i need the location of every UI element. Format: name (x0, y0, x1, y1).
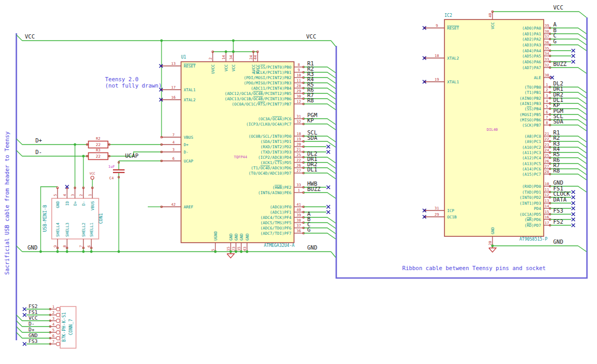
pin-number: 17 (545, 221, 549, 225)
pin-number: 39 (297, 213, 301, 217)
net-label[interactable]: DL1 (307, 166, 317, 173)
net-label[interactable]: DATA (553, 196, 567, 203)
net-label[interactable]: FS1 (29, 309, 37, 315)
pin-name: (AD2)PA2 (522, 37, 541, 42)
pin-name: VBUS (184, 135, 194, 140)
pin-name: (AD0)PA0 (522, 26, 542, 31)
pin-name: (RXD/INT2)PD2 (260, 145, 291, 149)
pin-name: (T1/OC4D/ADC9)PD6 (251, 166, 291, 170)
pin-number: 6 (52, 334, 54, 338)
pin-name: (WR)PD6 (524, 217, 541, 222)
note-text: Sacrificial USB cable from header to Tee… (4, 131, 10, 275)
resistor-value: 22 (96, 154, 100, 159)
pin-number: 40 (488, 13, 492, 17)
net-label[interactable]: VCC (553, 4, 563, 11)
connector-value: B7K-PH-K-S1 (61, 312, 67, 342)
pin-number: 36 (545, 41, 549, 45)
net-label[interactable]: GND (29, 332, 37, 338)
pin-name: RESET (447, 26, 459, 31)
capacitor-reference: C4 (109, 176, 113, 180)
pin-name: (ICP3/CLK0/OC4A)PC7 (246, 122, 291, 127)
junction-dot (118, 251, 120, 253)
net-label[interactable]: D+ (35, 137, 42, 143)
junction-dot (246, 251, 249, 253)
net-label[interactable]: R8 (307, 97, 314, 103)
pin-number: 28 (545, 170, 549, 174)
pin-number: 19 (434, 78, 439, 82)
pin-name: (OC3A/OC4A)PC6 (258, 117, 292, 121)
pin-name: (SS)PB4 (524, 107, 541, 111)
net-label[interactable]: D- (35, 149, 42, 155)
pin-name: VBUS (90, 201, 95, 211)
pin-name: XTAL2 (184, 98, 196, 102)
net-label[interactable]: BUZZ (307, 186, 320, 192)
pin-name: (AD3)PA3 (522, 43, 541, 47)
pin-name: VCC (224, 64, 229, 72)
pin-number: 28 (297, 84, 301, 88)
net-label[interactable]: D+ (29, 327, 35, 332)
pin-number: 8 (298, 63, 300, 67)
ic-u1[interactable]: U1ATMEGA32U4-ATQFP4413RESET17XTAL116XTAL… (159, 51, 336, 252)
pin-number: 33 (297, 183, 301, 187)
pin-number: 19 (297, 137, 301, 141)
pin-number: 41 (297, 203, 301, 207)
pin-name: D- (184, 150, 188, 155)
pin-number: 13 (171, 62, 175, 66)
pin-number: 34 (229, 55, 233, 60)
pin-number: 22 (545, 137, 549, 141)
net-label[interactable]: VCC (29, 315, 37, 321)
pin-number: 18 (297, 132, 301, 136)
net-label[interactable]: G (307, 226, 310, 233)
net-label[interactable]: BUZZ (553, 61, 566, 67)
pin-name: (AD7)PA7 (522, 65, 541, 70)
pin-number: 12 (545, 193, 549, 197)
net-label[interactable]: FS3 (553, 207, 563, 214)
net-label[interactable]: D- (29, 321, 34, 327)
net-label[interactable]: GND (553, 238, 563, 245)
note-text: (not fully drawn) (105, 82, 162, 89)
net-label[interactable]: GND (307, 244, 317, 251)
pin-number: 31 (297, 114, 301, 119)
pin-name: (T0)PB0 (524, 85, 541, 90)
pin-number: 8 (546, 121, 548, 125)
net-label[interactable]: SDA (553, 118, 564, 124)
pin-name: SHELL4 (55, 222, 60, 237)
pin-number: 5 (52, 328, 54, 332)
net-label[interactable]: GND (27, 244, 37, 251)
pin-name: ALE (534, 75, 541, 80)
net-label[interactable]: VCC (25, 33, 35, 40)
pin-number: 20 (297, 142, 301, 147)
pin-name: (ADC7/TDI)PF7 (260, 231, 291, 236)
pin-number: 38 (297, 218, 301, 223)
pin-name: UGND (213, 231, 218, 241)
pin-name: (T0/OC4D/ADC10)PD7 (249, 171, 291, 176)
pin-name: (INT6/AIN0)PE6 (258, 190, 292, 195)
pin-number: 29 (434, 213, 439, 217)
net-label[interactable]: UCAP (125, 152, 138, 159)
pin-name: UCAP (184, 159, 194, 164)
connector-reference: CON1 (98, 213, 103, 224)
net-label[interactable]: FS2 (553, 218, 563, 225)
net-label[interactable]: FS3 (29, 338, 37, 344)
schematic-page: U1ATMEGA32U4-ATQFP4413RESET17XTAL116XTAL… (0, 0, 597, 364)
pin-name: (A13)PC5 (522, 161, 541, 166)
pin-number: 3 (546, 94, 548, 98)
pin-name: (SCK)PB7 (522, 123, 541, 128)
pin-name: (ADC4/TCK)PF4 (260, 215, 291, 220)
net-label[interactable]: KP (307, 117, 314, 123)
net-label[interactable]: FS2 (29, 303, 37, 309)
pin-name: GND (234, 233, 239, 241)
pin-name: (HWB)PE2 (272, 185, 291, 190)
pin-name: OC1B (447, 215, 457, 219)
net-label[interactable]: SDA (307, 135, 318, 141)
pin-name: (INT1)PD3 (519, 201, 541, 206)
pin-number: 1 (546, 83, 548, 87)
net-label[interactable]: R8 (553, 167, 560, 174)
pin-number: 1 (88, 194, 92, 196)
pin-name: (PDI/MOSI/PCINT2)PB2 (244, 75, 291, 80)
pin-name: GND (55, 201, 60, 208)
net-label[interactable]: G (553, 38, 556, 44)
net-label[interactable]: VCC (306, 33, 316, 40)
pin-number: 25 (297, 153, 301, 157)
pin-number: 37 (545, 35, 549, 39)
